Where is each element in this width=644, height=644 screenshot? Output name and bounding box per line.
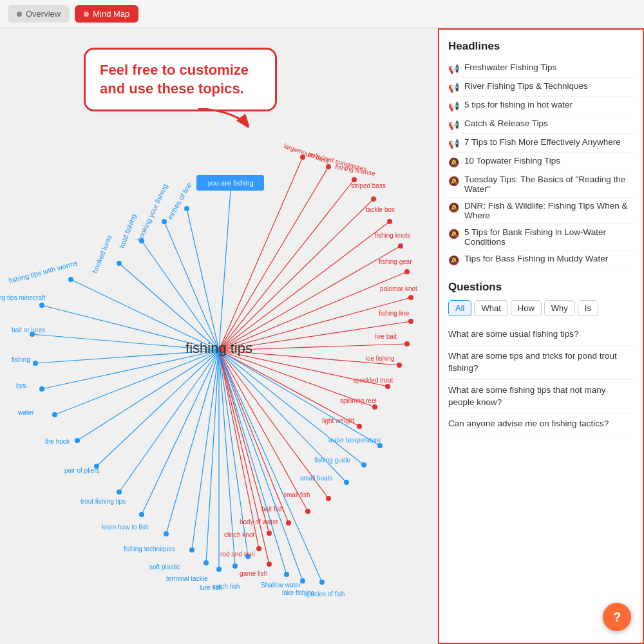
headline-item[interactable]: 🔕 DNR: Fish & Wildlife: Fishing Tips Whe… bbox=[448, 198, 634, 224]
svg-line-36 bbox=[119, 350, 219, 492]
mindmap-panel: Feel free to customize and use these top… bbox=[0, 28, 438, 644]
tab-mindmap[interactable]: Mind Map bbox=[75, 5, 138, 23]
headline-text: DNR: Fish & Wildlife: Fishing Tips When … bbox=[464, 201, 634, 220]
svg-line-33 bbox=[97, 350, 219, 466]
question-item[interactable]: What are some fishing tips that not many… bbox=[448, 380, 634, 414]
help-button[interactable]: ? bbox=[603, 603, 631, 631]
svg-point-66 bbox=[326, 164, 331, 169]
svg-text:fishing gear: fishing gear bbox=[379, 258, 412, 265]
svg-point-46 bbox=[189, 547, 194, 553]
svg-point-40 bbox=[139, 512, 144, 517]
svg-text:soft plastic: soft plastic bbox=[149, 564, 180, 571]
svg-line-3 bbox=[164, 222, 219, 350]
headline-item[interactable]: 🔕 10 Topwater Fishing Tips bbox=[448, 153, 634, 171]
svg-text:learn how to fish: learn how to fish bbox=[102, 524, 149, 531]
tooltip-text: Feel free to customize and use these top… bbox=[100, 62, 249, 97]
svg-text:fishing tips with worms: fishing tips with worms bbox=[8, 259, 79, 285]
svg-text:speckled trout: speckled trout bbox=[353, 377, 393, 384]
svg-text:live bait: live bait bbox=[375, 333, 397, 340]
mindmap-center-text: fishing tips bbox=[185, 340, 252, 356]
svg-line-122 bbox=[219, 350, 269, 533]
svg-text:trout fishing tips: trout fishing tips bbox=[80, 498, 126, 505]
filter-tab-what[interactable]: What bbox=[474, 300, 507, 316]
svg-text:tackle box: tackle box bbox=[366, 206, 395, 213]
svg-point-75 bbox=[387, 219, 392, 224]
tab-mindmap-label: Mind Map bbox=[93, 9, 129, 19]
svg-point-69 bbox=[352, 177, 357, 182]
headline-item[interactable]: 🔕 Tuesday Tips: The Basics of "Reading t… bbox=[448, 171, 634, 198]
filter-tab-why[interactable]: Why bbox=[544, 300, 575, 316]
headline-item[interactable]: 📢 Catch & Release Tips bbox=[448, 115, 634, 134]
tab-overview[interactable]: Overview bbox=[8, 5, 70, 23]
svg-point-132 bbox=[284, 572, 289, 577]
svg-text:species of fish: species of fish bbox=[304, 591, 345, 598]
svg-line-137 bbox=[219, 350, 322, 582]
tooltip-arrow bbox=[198, 108, 249, 128]
question-item[interactable]: Can anyone advise me on fishing tactics? bbox=[448, 413, 634, 435]
tab-overview-label: Overview bbox=[26, 9, 61, 19]
headline-item[interactable]: 🔕 5 Tips for Bank Fishing in Low-Water C… bbox=[448, 224, 634, 251]
headline-text: Catch & Release Tips bbox=[464, 118, 548, 128]
svg-point-84 bbox=[408, 295, 413, 300]
svg-point-87 bbox=[408, 319, 413, 324]
headline-item[interactable]: 📢 5 tips for fishing in hot water bbox=[448, 97, 634, 115]
svg-point-37 bbox=[117, 489, 122, 495]
svg-text:palomar knot: palomar knot bbox=[380, 285, 417, 292]
svg-text:game fish: game fish bbox=[240, 570, 267, 577]
svg-point-13 bbox=[68, 277, 73, 282]
megaphone-icon: 🔕 bbox=[448, 229, 459, 239]
svg-point-1 bbox=[184, 206, 189, 211]
svg-line-125 bbox=[219, 350, 259, 549]
svg-point-72 bbox=[371, 196, 376, 202]
headline-text: 7 Tips to Fish More Effectively Anywhere bbox=[464, 137, 621, 147]
svg-point-99 bbox=[372, 404, 377, 410]
svg-text:spinning reel: spinning reel bbox=[340, 397, 377, 404]
svg-line-110 bbox=[219, 350, 346, 482]
svg-point-129 bbox=[267, 562, 272, 567]
questions-list: What are some usual fishing tips?What ar… bbox=[448, 324, 634, 435]
headlines-list: 📢 Freshwater Fishing Tips 📢 River Fishin… bbox=[448, 59, 634, 269]
headline-item[interactable]: 📢 Freshwater Fishing Tips bbox=[448, 59, 634, 78]
svg-point-25 bbox=[39, 386, 44, 392]
svg-point-78 bbox=[398, 243, 403, 249]
svg-line-42 bbox=[166, 350, 219, 534]
svg-line-45 bbox=[192, 350, 219, 550]
svg-point-4 bbox=[162, 219, 167, 224]
questions-title: Questions bbox=[448, 281, 634, 294]
svg-text:fishing guide: fishing guide bbox=[314, 457, 351, 464]
svg-text:catch fish: catch fish bbox=[213, 583, 240, 590]
svg-text:the hook: the hook bbox=[45, 438, 70, 445]
question-item[interactable]: What are some usual fishing tips? bbox=[448, 324, 634, 346]
megaphone-icon: 📢 bbox=[448, 138, 459, 149]
svg-text:small boats: small boats bbox=[300, 475, 333, 482]
svg-text:fishing tips minecraft: fishing tips minecraft bbox=[0, 294, 46, 301]
filter-tab-all[interactable]: All bbox=[448, 300, 471, 316]
svg-point-117 bbox=[305, 509, 310, 514]
headline-item[interactable]: 📢 River Fishing Tips & Techniques bbox=[448, 78, 634, 97]
headline-item[interactable]: 📢 7 Tips to Fish More Effectively Anywhe… bbox=[448, 134, 634, 153]
megaphone-icon: 📢 bbox=[448, 64, 459, 74]
svg-point-81 bbox=[404, 269, 410, 274]
svg-point-123 bbox=[267, 531, 272, 536]
headline-text: Tuesday Tips: The Basics of "Reading the… bbox=[464, 175, 634, 194]
headline-text: Tips for Bass Fishing in Muddy Water bbox=[464, 254, 608, 263]
headline-item[interactable]: 🔕 Tips for Bass Fishing in Muddy Water bbox=[448, 251, 634, 269]
megaphone-icon: 📢 bbox=[448, 101, 459, 111]
svg-point-105 bbox=[377, 443, 383, 448]
svg-text:hooked lures: hooked lures bbox=[91, 234, 113, 274]
svg-text:rod and reel: rod and reel bbox=[220, 551, 254, 558]
svg-text:terminal tackle: terminal tackle bbox=[166, 575, 208, 582]
filter-tab-how[interactable]: How bbox=[511, 300, 542, 316]
filter-tab-is[interactable]: Is bbox=[578, 300, 598, 316]
svg-text:hooking your fishing: hooking your fishing bbox=[135, 182, 169, 243]
headline-text: 5 tips for fishing in hot water bbox=[464, 100, 573, 109]
mindmap-center-label: fishing tips bbox=[185, 340, 252, 357]
svg-point-135 bbox=[300, 578, 305, 583]
svg-point-111 bbox=[344, 480, 349, 485]
question-item[interactable]: What are some tips and tricks for pond t… bbox=[448, 346, 634, 380]
questions-section: Questions AllWhatHowWhyIs What are some … bbox=[448, 281, 634, 435]
megaphone-icon: 📢 bbox=[448, 120, 459, 130]
svg-point-102 bbox=[357, 424, 362, 429]
svg-text:fishing knots: fishing knots bbox=[375, 232, 411, 239]
svg-text:fishing: fishing bbox=[12, 356, 30, 363]
